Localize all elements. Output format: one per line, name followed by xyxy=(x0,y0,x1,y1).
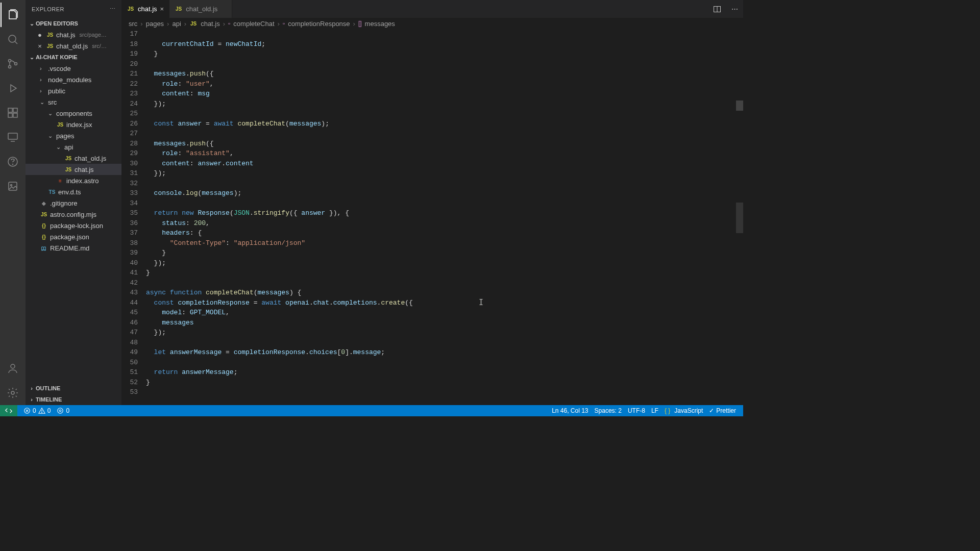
status-ports-count: 0 xyxy=(66,407,69,414)
activity-bar xyxy=(0,0,26,405)
breadcrumb-segment[interactable]: chat.js xyxy=(201,20,220,28)
status-eol[interactable]: LF xyxy=(648,407,662,414)
status-errors-count: 0 xyxy=(33,407,36,414)
close-icon[interactable]: × xyxy=(160,5,164,13)
file-name: index.jsx xyxy=(66,121,92,129)
open-editor-item[interactable]: ●JSchat.jssrc/page… xyxy=(26,29,121,40)
code-editor[interactable]: 1718192021222324252627282930313233343536… xyxy=(121,29,743,405)
status-ports[interactable]: 0 xyxy=(54,407,72,414)
section-timeline[interactable]: › TIMELINE xyxy=(26,394,121,405)
breadcrumb-segment[interactable]: completionResponse xyxy=(288,20,350,28)
file-name: env.d.ts xyxy=(58,188,81,196)
close-icon[interactable]: × xyxy=(36,42,44,50)
svg-point-13 xyxy=(11,364,15,368)
folder-item[interactable]: ›.vscode xyxy=(26,63,121,74)
section-label: OUTLINE xyxy=(36,385,60,391)
folder-item[interactable]: ⌄components xyxy=(26,108,121,119)
activity-remote-icon[interactable] xyxy=(1,125,25,149)
file-name: astro.config.mjs xyxy=(50,211,96,218)
file-item[interactable]: 🕮README.md xyxy=(26,242,121,254)
file-name: chat.js xyxy=(56,31,76,39)
file-name: chat_old.js xyxy=(56,42,88,50)
folder-item[interactable]: ⌄pages xyxy=(26,130,121,141)
svg-rect-6 xyxy=(8,113,12,117)
chevron-down-icon: ⌄ xyxy=(28,20,36,27)
svg-rect-8 xyxy=(8,133,17,139)
editor-tab[interactable]: JSchat_old.js xyxy=(169,0,232,18)
activity-scm-icon[interactable] xyxy=(1,52,25,76)
file-path-hint: src/page… xyxy=(80,32,107,38)
file-item[interactable]: JSchat.js xyxy=(26,164,121,175)
activity-files-icon[interactable] xyxy=(1,3,25,27)
js-file-icon: JS xyxy=(40,210,48,218)
js-file-icon: JS xyxy=(46,31,54,39)
section-project[interactable]: ⌄ AI-CHAT KOPIE xyxy=(26,52,121,63)
file-item[interactable]: {}package-lock.json xyxy=(26,220,121,231)
tab-more-icon[interactable]: ⋯ xyxy=(726,0,743,18)
scrollbar-thumb[interactable] xyxy=(736,101,743,111)
chevron-down-icon: ⌄ xyxy=(40,99,46,106)
status-language[interactable]: { }JavaScript xyxy=(662,407,706,414)
astro-file-icon: ≡ xyxy=(56,177,64,185)
file-item[interactable]: ≡index.astro xyxy=(26,175,121,186)
activity-search-icon[interactable] xyxy=(1,27,25,52)
file-item[interactable]: JSindex.jsx xyxy=(26,119,121,130)
split-editor-icon[interactable] xyxy=(708,0,726,18)
file-item[interactable]: ◆.gitignore xyxy=(26,197,121,209)
section-outline[interactable]: › OUTLINE xyxy=(26,383,121,394)
folder-item[interactable]: ⌄src xyxy=(26,96,121,108)
file-name: index.astro xyxy=(66,177,99,185)
open-editor-item[interactable]: ×JSchat_old.jssrc/… xyxy=(26,40,121,52)
breadcrumb-segment[interactable]: messages xyxy=(365,20,395,28)
remote-indicator-icon[interactable] xyxy=(0,405,17,416)
symbol-icon: [] xyxy=(358,20,362,27)
folder-item[interactable]: ›node_modules xyxy=(26,74,121,85)
sidebar-more-icon[interactable]: ⋯ xyxy=(110,6,116,12)
sidebar-title: EXPLORER ⋯ xyxy=(26,0,121,18)
activity-misc1-icon[interactable] xyxy=(1,149,25,174)
editor-tab[interactable]: JSchat.js× xyxy=(121,0,169,18)
folder-item[interactable]: ⌄api xyxy=(26,141,121,153)
status-warnings-count: 0 xyxy=(47,407,51,414)
breadcrumb-segment[interactable]: completeChat xyxy=(233,20,274,28)
file-item[interactable]: JSastro.config.mjs xyxy=(26,209,121,220)
chevron-down-icon: ⌄ xyxy=(48,133,54,139)
folder-name: pages xyxy=(56,132,74,140)
chevron-right-icon: › xyxy=(167,20,169,28)
file-item[interactable]: JSchat_old.js xyxy=(26,153,121,164)
status-spaces[interactable]: Spaces: 2 xyxy=(592,407,625,414)
sidebar-title-label: EXPLORER xyxy=(32,6,64,12)
status-cursor[interactable]: Ln 46, Col 13 xyxy=(549,407,591,414)
status-encoding[interactable]: UTF-8 xyxy=(625,407,648,414)
breadcrumb-segment[interactable]: pages xyxy=(146,20,164,28)
activity-settings-icon[interactable] xyxy=(1,381,25,405)
chevron-right-icon: › xyxy=(353,20,355,28)
section-open-editors[interactable]: ⌄ OPEN EDITORS xyxy=(26,18,121,29)
breadcrumb[interactable]: src›pages›api›JSchat.js›▫completeChat›▫c… xyxy=(121,18,743,29)
js-file-icon: JS xyxy=(56,120,64,129)
sidebar: EXPLORER ⋯ ⌄ OPEN EDITORS ●JSchat.jssrc/… xyxy=(26,0,121,405)
breadcrumb-segment[interactable]: api xyxy=(172,20,181,28)
scrollbar-thumb[interactable] xyxy=(736,203,743,233)
folder-name: api xyxy=(64,143,73,151)
file-item[interactable]: TSenv.d.ts xyxy=(26,186,121,197)
file-name: package-lock.json xyxy=(50,222,103,230)
svg-point-0 xyxy=(9,35,16,42)
dirty-dot-icon[interactable]: ● xyxy=(36,31,44,39)
activity-misc2-icon[interactable] xyxy=(1,174,25,198)
svg-point-12 xyxy=(11,185,12,186)
symbol-icon: ▫ xyxy=(283,20,285,27)
activity-account-icon[interactable] xyxy=(1,356,25,381)
file-item[interactable]: {}package.json xyxy=(26,231,121,242)
breadcrumb-segment[interactable]: src xyxy=(129,20,137,28)
line-gutter: 1718192021222324252627282930313233343536… xyxy=(121,29,146,405)
status-prettier[interactable]: ✓Prettier xyxy=(706,407,739,414)
activity-debug-icon[interactable] xyxy=(1,76,25,101)
svg-point-10 xyxy=(13,164,13,165)
file-name: README.md xyxy=(50,244,89,252)
status-problems[interactable]: 0 0 xyxy=(20,407,54,414)
code-content[interactable]: currentChatId = newChatId; } messages.pu… xyxy=(146,29,743,405)
folder-item[interactable]: ›public xyxy=(26,85,121,96)
activity-extensions-icon[interactable] xyxy=(1,101,25,125)
json-file-icon: {} xyxy=(40,233,48,241)
